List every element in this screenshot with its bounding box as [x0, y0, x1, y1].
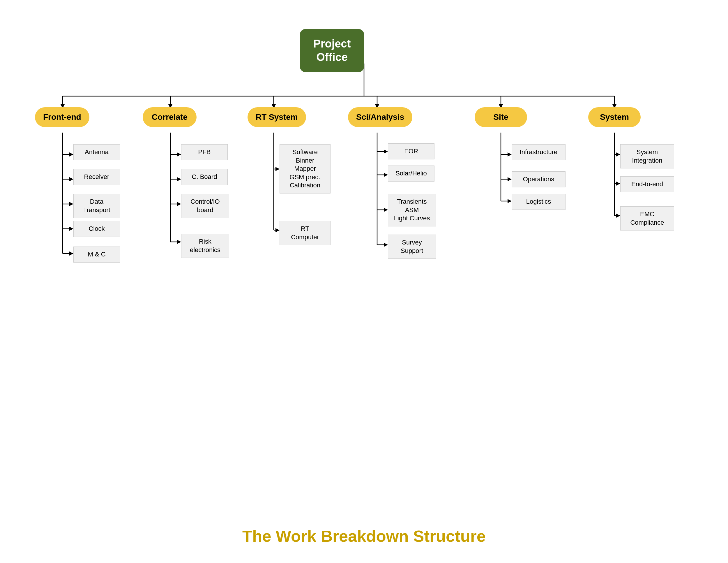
diagram-container: Project Office Front-end Correlate RT Sy…: [17, 12, 711, 505]
level2-risk-electronics: Riskelectronics: [181, 234, 229, 258]
svg-marker-39: [275, 228, 280, 232]
svg-marker-20: [69, 202, 73, 206]
svg-marker-16: [69, 152, 73, 156]
svg-marker-65: [616, 213, 620, 218]
level2-emc-compliance: EMCCompliance: [620, 206, 674, 230]
level1-site: Site: [475, 107, 527, 127]
level2-antenna: Antenna: [73, 144, 120, 160]
svg-marker-37: [275, 167, 280, 171]
level1-frontend: Front-end: [35, 107, 89, 127]
connector-lines: [17, 12, 711, 505]
level2-system-integration: SystemIntegration: [620, 144, 674, 168]
level2-controlio: Control/IOboard: [181, 194, 229, 218]
svg-marker-30: [177, 177, 181, 181]
level2-receiver: Receiver: [73, 169, 120, 185]
level2-pfb: PFB: [181, 144, 228, 160]
level2-infrastructure: Infrastructure: [512, 144, 566, 160]
root-node: Project Office: [300, 29, 364, 72]
svg-marker-34: [177, 240, 181, 244]
svg-marker-25: [69, 251, 73, 255]
svg-marker-48: [384, 208, 388, 212]
level2-mc: M & C: [73, 246, 120, 262]
svg-marker-28: [177, 152, 181, 156]
footer-title: The Work Breakdown Structure: [242, 527, 486, 546]
level2-rt-computer: RTComputer: [280, 221, 331, 245]
svg-marker-18: [69, 177, 73, 181]
level2-data-transport: DataTransport: [73, 194, 120, 218]
level2-solar-helio: Solar/Helio: [388, 165, 434, 181]
root-label-line2: Office: [316, 51, 348, 63]
level2-end-to-end: End-to-end: [620, 176, 674, 192]
level2-operations: Operations: [512, 171, 566, 187]
svg-marker-22: [69, 227, 73, 231]
level2-survey-support: SurveySupport: [388, 234, 436, 259]
level2-clock: Clock: [73, 221, 120, 237]
level1-system: System: [588, 107, 641, 127]
level1-correlate: Correlate: [143, 107, 197, 127]
svg-marker-63: [616, 181, 620, 186]
svg-marker-51: [384, 243, 388, 247]
level2-cboard: C. Board: [181, 169, 228, 185]
svg-marker-42: [384, 149, 388, 153]
level2-eor: EOR: [388, 143, 434, 159]
level2-logistics: Logistics: [512, 194, 566, 210]
svg-marker-56: [508, 177, 512, 181]
level2-software-block: SoftwareBinnerMapperGSM pred.Calibration: [280, 144, 331, 193]
root-label-line1: Project: [313, 38, 351, 50]
svg-marker-61: [616, 152, 620, 156]
svg-marker-54: [508, 152, 512, 156]
svg-marker-58: [508, 199, 512, 203]
level1-scianalysis: Sci/Analysis: [348, 107, 412, 127]
level1-rtsystem: RT System: [248, 107, 306, 127]
svg-marker-32: [177, 202, 181, 206]
svg-marker-45: [384, 173, 388, 177]
level2-transients: TransientsASMLight Curves: [388, 194, 436, 226]
